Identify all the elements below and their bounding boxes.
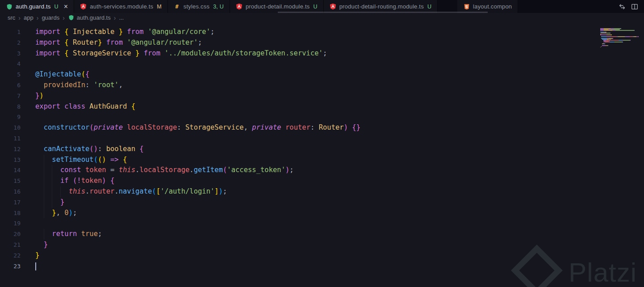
line-number[interactable]: 10: [0, 122, 21, 133]
code-line[interactable]: 1import { Injectable } from '@angular/co…: [0, 27, 644, 38]
git-status-badge: 3, U: [213, 4, 224, 10]
breadcrumb-file[interactable]: auth.guard.ts: [68, 14, 111, 21]
line-number[interactable]: 4: [0, 59, 21, 69]
angular-icon: [80, 3, 87, 10]
line-content: import { Injectable } from '@angular/cor…: [35, 27, 214, 38]
line-content: canActivate(): boolean {: [35, 144, 144, 155]
line-number[interactable]: 22: [0, 250, 21, 261]
git-status-badge: U: [313, 4, 317, 10]
text-cursor: [35, 262, 36, 270]
code-line[interactable]: 7}): [0, 91, 644, 101]
line-number[interactable]: 7: [0, 91, 21, 101]
code-line[interactable]: 17 }: [0, 197, 644, 208]
code-line[interactable]: 11: [0, 133, 644, 144]
line-number[interactable]: 16: [0, 186, 21, 197]
line-number[interactable]: 21: [0, 240, 21, 250]
breadcrumb: src›app›guards›auth.guard.ts›...: [0, 13, 644, 22]
tab-auth-services-module-ts[interactable]: auth-services.module.tsM: [74, 0, 168, 13]
line-content: }: [35, 197, 64, 208]
editor: 1import { Injectable } from '@angular/co…: [0, 22, 644, 287]
line-number[interactable]: 2: [0, 38, 21, 48]
line-number[interactable]: 1: [0, 27, 21, 38]
html-icon: [463, 3, 470, 10]
code-line[interactable]: 12 canActivate(): boolean {: [0, 144, 644, 155]
breadcrumb-item-app[interactable]: app: [24, 14, 33, 21]
line-content: this.router.navigate(['/auth/login']);: [35, 186, 227, 197]
tab-product-detail-routing-module-ts[interactable]: product-detail-routing.module.tsU: [324, 0, 438, 13]
tab-label: styles.css: [184, 3, 209, 10]
tab-label: product-detail.module.ts: [246, 3, 310, 10]
line-number[interactable]: 9: [0, 112, 21, 122]
tab-auth-guard-ts[interactable]: auth.guard.tsU×: [0, 0, 74, 13]
code-line[interactable]: 13 setTimeout(() => {: [0, 155, 644, 165]
code-line[interactable]: 21 }: [0, 240, 644, 250]
tab-bar: auth.guard.tsU×auth-services.module.tsM#…: [0, 0, 644, 13]
line-number[interactable]: 19: [0, 218, 21, 229]
code-line[interactable]: 14 const token = this.localStorage.getIt…: [0, 165, 644, 176]
line-number[interactable]: 17: [0, 197, 21, 208]
line-content: return true;: [35, 229, 102, 240]
chevron-right-icon: ›: [63, 14, 65, 21]
tab-overflow-scrollbar[interactable]: [278, 12, 488, 13]
code-line[interactable]: 19: [0, 218, 644, 229]
chevron-right-icon: ›: [37, 14, 39, 21]
line-number[interactable]: 23: [0, 261, 21, 272]
line-content: if (!token) {: [35, 176, 114, 186]
line-number[interactable]: 3: [0, 48, 21, 59]
line-number[interactable]: 11: [0, 133, 21, 144]
tab-label: auth.guard.ts: [16, 3, 51, 10]
chevron-right-icon: ›: [18, 14, 21, 21]
code-line[interactable]: 2import { Router} from '@angular/router'…: [0, 38, 644, 48]
line-number[interactable]: 6: [0, 80, 21, 91]
line-number[interactable]: 20: [0, 229, 21, 240]
line-number[interactable]: 5: [0, 69, 21, 80]
git-status-badge: M: [157, 4, 162, 10]
line-number[interactable]: 14: [0, 165, 21, 176]
close-icon[interactable]: ×: [64, 3, 68, 10]
breadcrumb-item-src[interactable]: src: [8, 14, 15, 21]
line-number[interactable]: 8: [0, 101, 21, 112]
css-hash-icon: #: [174, 3, 180, 10]
line-content: setTimeout(() => {: [35, 155, 127, 165]
line-content: constructor(private localStorage: Storag…: [35, 122, 360, 133]
line-number[interactable]: 12: [0, 144, 21, 155]
tab-label: product-detail-routing.module.ts: [339, 3, 424, 10]
code-area: 1import { Injectable } from '@angular/co…: [0, 27, 644, 271]
line-number[interactable]: 13: [0, 155, 21, 165]
angular-icon: [330, 3, 336, 10]
breadcrumb-file-label: auth.guard.ts: [77, 14, 111, 21]
code-line[interactable]: 3import { StorageService } from '../modu…: [0, 48, 644, 59]
line-content: }, 0);: [35, 208, 77, 219]
code-line[interactable]: 23: [0, 261, 644, 272]
breadcrumb-items: src›app›guards›auth.guard.ts›...: [8, 14, 124, 21]
code-line[interactable]: 10 constructor(private localStorage: Sto…: [0, 122, 644, 133]
split-editor-icon[interactable]: [631, 3, 638, 10]
minimap[interactable]: [600, 27, 641, 47]
angular-icon: [236, 3, 243, 10]
breadcrumb-item-guards[interactable]: guards: [42, 14, 59, 21]
open-changes-icon[interactable]: [619, 3, 626, 10]
code-line[interactable]: 15 if (!token) {: [0, 176, 644, 186]
code-line[interactable]: 8export class AuthGuard {: [0, 101, 644, 112]
code-line[interactable]: 20 return true;: [0, 229, 644, 240]
code-line[interactable]: 6 providedIn: 'root',: [0, 80, 644, 91]
code-line[interactable]: 18 }, 0);: [0, 208, 644, 219]
line-number[interactable]: 15: [0, 176, 21, 186]
code-line[interactable]: 5@Injectable({: [0, 69, 644, 80]
breadcrumb-symbol[interactable]: ...: [119, 14, 124, 21]
code-line[interactable]: 4: [0, 59, 644, 69]
line-content: }: [35, 250, 39, 261]
line-number[interactable]: 18: [0, 208, 21, 219]
tab-strip: auth.guard.tsU×auth-services.module.tsM#…: [0, 0, 613, 13]
tab-layout-compon[interactable]: layout.compon: [457, 0, 518, 13]
line-content: import { Router} from '@angular/router';: [35, 38, 202, 48]
code-line[interactable]: 22}: [0, 250, 644, 261]
guard-shield-icon: [6, 3, 13, 10]
tab-styles-css[interactable]: #styles.css3, U: [168, 0, 230, 13]
code-line[interactable]: 16 this.router.navigate(['/auth/login'])…: [0, 186, 644, 197]
tab-product-detail-module-ts[interactable]: product-detail.module.tsU: [230, 0, 324, 13]
chevron-right-icon: ›: [114, 14, 116, 21]
git-status-badge: U: [427, 4, 431, 10]
code-line[interactable]: 9: [0, 112, 644, 122]
line-content: import { StorageService } from '../modul…: [35, 48, 327, 59]
